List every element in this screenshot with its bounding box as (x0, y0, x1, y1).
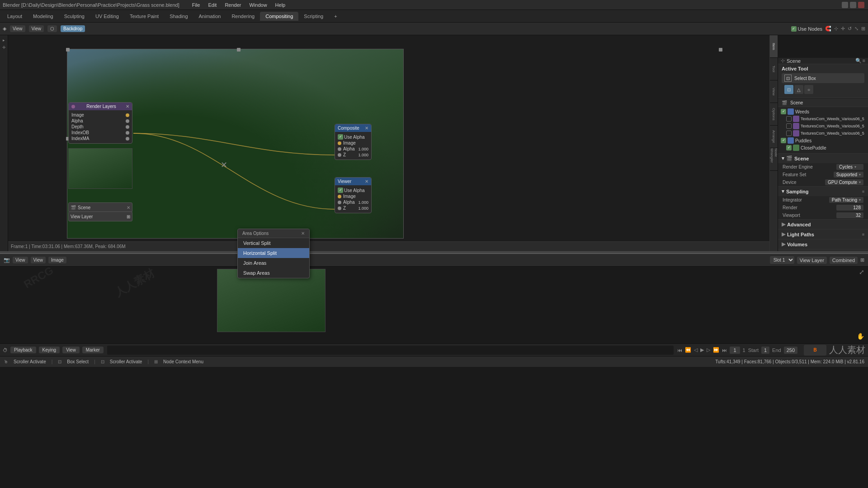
img-viewer-icon[interactable]: ⊞ (860, 257, 864, 263)
feature-set-value[interactable]: Supported (834, 172, 863, 178)
viewport-samples-value[interactable]: 32 (836, 212, 863, 218)
img-view2-btn[interactable]: View (31, 257, 46, 263)
tab-animation[interactable]: Animation (193, 12, 226, 21)
menu-help[interactable]: Help (272, 1, 289, 9)
tl-playback-btn[interactable]: Playback (10, 347, 36, 353)
menu-file[interactable]: File (189, 1, 204, 9)
view-layer-selector[interactable]: View Layer (797, 257, 827, 264)
close-btn[interactable] (858, 2, 864, 8)
transform-icon[interactable]: ⊞ (861, 26, 865, 32)
menu-window[interactable]: Window (245, 1, 270, 9)
select-icon[interactable]: ⊹ (834, 26, 838, 32)
maximize-btn[interactable] (850, 2, 856, 8)
node-render-layers-close[interactable]: ✕ (126, 104, 129, 109)
context-menu-horizontal-split[interactable]: Horizontal Split (238, 248, 309, 258)
tree-item-weeds-tex1[interactable]: TexturesCom_Weeds_Various06_5 (783, 115, 868, 122)
scroll-to-fit-btn[interactable]: ⤢ (859, 268, 864, 276)
item-icon-circle[interactable]: ○ (804, 85, 813, 94)
node-render-layers[interactable]: Render Layers ✕ Image Alpha Depth IndexO… (68, 102, 132, 144)
node-composite[interactable]: Composite ✕ ✓ Use Alpha Image Alpha 1.00… (335, 124, 372, 160)
tab-rendering[interactable]: Rendering (226, 12, 260, 21)
tree-item-puddles[interactable]: ✓ Puddles (778, 137, 868, 144)
prop-light-paths-header[interactable]: ▶ Light Paths ≡ (778, 230, 868, 239)
minimize-btn[interactable] (842, 2, 848, 8)
prev-frame-btn[interactable]: ⏪ (685, 347, 691, 353)
play-btn[interactable]: ▶ (700, 347, 704, 353)
props-search-icon[interactable]: 🔍 (855, 58, 862, 64)
item-icon-lasso[interactable]: △ (794, 85, 803, 94)
tab-scripting[interactable]: Scripting (298, 12, 329, 21)
tab-compositing[interactable]: Compositing (260, 12, 298, 21)
tree-item-weeds-tex2[interactable]: TexturesCom_Weeds_Various06_5 (783, 122, 868, 130)
tree-item-close-puddle[interactable]: ✓ ClosePuddle (783, 144, 868, 151)
current-frame-input[interactable]: 1 (730, 347, 740, 354)
left-tool-select[interactable]: ▸ (2, 37, 6, 43)
scene-selector-close[interactable]: ✕ (127, 205, 130, 210)
move-icon[interactable]: ✛ (841, 26, 845, 32)
tree-item-weeds[interactable]: ✓ Weeds (778, 108, 868, 115)
tl-keying-btn[interactable]: Keying (39, 347, 60, 353)
scale-icon[interactable]: ⤡ (854, 26, 859, 32)
comp-node-btn[interactable]: ⬡ (47, 25, 57, 32)
rotate-icon[interactable]: ↺ (848, 26, 852, 32)
render-samples-value[interactable]: 128 (836, 205, 863, 211)
combined-selector[interactable]: Combined (830, 257, 858, 264)
tab-shading[interactable]: Shading (164, 12, 193, 21)
comp-backdrop-btn[interactable]: Backdrop (61, 25, 85, 32)
light-paths-menu[interactable]: ≡ (862, 232, 864, 237)
node-scene-selector[interactable]: 🎬 Scene ✕ (68, 202, 132, 212)
vtab-item[interactable]: Item (770, 35, 778, 58)
node-composite-close[interactable]: ✕ (365, 126, 368, 131)
vtab-node-wrangler[interactable]: Node Wrangler (770, 148, 778, 171)
menu-edit[interactable]: Edit (204, 1, 220, 9)
vtab-view[interactable]: View (770, 80, 778, 103)
use-nodes-checkbox[interactable]: ✓ Use Nodes (791, 26, 822, 32)
tab-sculpting[interactable]: Sculpting (59, 12, 90, 21)
props-filter-icon[interactable]: ≡ (863, 58, 865, 64)
tab-modeling[interactable]: Modeling (28, 12, 59, 21)
prop-scene-header[interactable]: ▾ 🎬 Scene (778, 154, 868, 163)
handle-tr[interactable] (719, 48, 722, 52)
render-engine-value[interactable]: Cycles (836, 164, 863, 170)
left-tool-move[interactable]: ✛ (1, 44, 7, 51)
prop-sampling-header[interactable]: ▾ Sampling ≡ (778, 187, 868, 196)
comp-view-btn[interactable]: View (10, 25, 25, 32)
handle-tl[interactable] (66, 48, 70, 52)
prev-keyframe-btn[interactable]: ◁ (694, 347, 698, 353)
integrator-value[interactable]: Path Tracing (829, 197, 863, 203)
item-icon-box[interactable]: ⊡ (784, 85, 793, 94)
view-layer-icon[interactable]: ⊞ (127, 214, 130, 219)
select-box-item[interactable]: ⊡ Select Box (782, 73, 864, 83)
context-menu-join-areas[interactable]: Join Areas (238, 258, 309, 268)
comp-view2-btn[interactable]: View (29, 25, 44, 32)
timeline-scrubber[interactable] (107, 346, 674, 355)
vtab-arrange[interactable]: Arrange (770, 126, 778, 148)
context-menu-vertical-split[interactable]: Vertical Split (238, 238, 309, 248)
jump-start-btn[interactable]: ⏮ (677, 347, 682, 353)
tab-texture-paint[interactable]: Texture Paint (124, 12, 164, 21)
jump-end-btn[interactable]: ⏭ (722, 347, 727, 353)
prop-hair-header[interactable]: ▶ ✓ Hair (778, 249, 868, 251)
sampling-menu-icon[interactable]: ≡ (862, 189, 864, 194)
vtab-options[interactable]: Options (770, 103, 778, 126)
tree-item-weeds-tex3[interactable]: TexturesCom_Weeds_Various06_5 (783, 130, 868, 137)
frame-start-input[interactable]: 1 (761, 347, 769, 354)
prop-volumes-header[interactable]: ▶ Volumes (778, 239, 868, 249)
tab-layout[interactable]: Layout (2, 12, 28, 21)
tl-marker-btn[interactable]: Marker (82, 347, 104, 353)
node-viewer-close[interactable]: ✕ (365, 179, 368, 184)
device-value[interactable]: GPU Compute (825, 179, 863, 185)
context-menu-swap-areas[interactable]: Swap Areas (238, 268, 309, 278)
snap-icon[interactable]: 🧲 (825, 26, 831, 32)
slot-selector[interactable]: Slot 1 (770, 256, 794, 264)
node-viewer[interactable]: Viewer ✕ ✓ Use Alpha Image Alpha 1.000 (335, 177, 372, 213)
next-keyframe-btn[interactable]: ▷ (707, 347, 710, 353)
context-menu-close[interactable]: ✕ (301, 231, 305, 236)
vtab-tool[interactable]: Tool (770, 58, 778, 80)
img-image-btn[interactable]: Image (48, 257, 66, 263)
img-view-btn[interactable]: View (13, 257, 28, 263)
prop-advanced-header[interactable]: ▶ Advanced (778, 220, 868, 229)
tab-uv-editing[interactable]: UV Editing (90, 12, 124, 21)
next-frame-btn[interactable]: ⏩ (713, 347, 719, 353)
tl-view-btn[interactable]: View (62, 347, 80, 353)
